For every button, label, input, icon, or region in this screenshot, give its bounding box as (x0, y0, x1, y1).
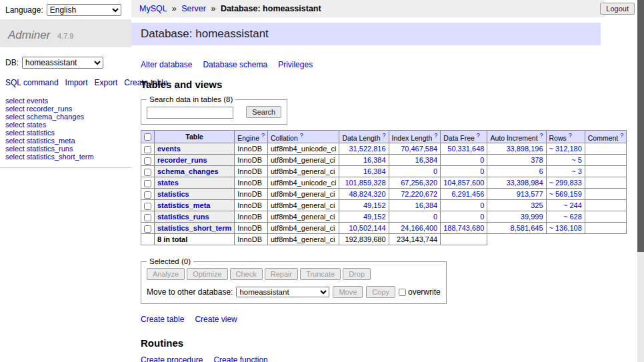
rows-link[interactable]: ~ 244 (563, 201, 582, 209)
row-select-checkbox[interactable] (144, 225, 151, 233)
database-action-link[interactable]: Alter database (141, 60, 192, 69)
auto-increment-link[interactable]: 325 (531, 201, 543, 209)
language-select[interactable]: English (47, 4, 121, 16)
create-link[interactable]: Create table (141, 315, 184, 324)
scrollbar-thumb[interactable] (637, 0, 644, 252)
row-select-checkbox[interactable] (144, 169, 151, 176)
overwrite-checkbox[interactable] (399, 289, 406, 296)
row-select-checkbox[interactable] (144, 146, 151, 153)
sidebar-select-link[interactable]: select recorder_runs (5, 105, 126, 113)
help-link[interactable]: ? (477, 132, 480, 139)
db-select[interactable]: homeassistant (22, 57, 103, 69)
row-select-checkbox[interactable] (144, 214, 151, 221)
data-free-link[interactable]: 0 (480, 201, 484, 209)
sidebar-action-link[interactable]: SQL command (5, 78, 59, 87)
move-button[interactable]: Move (333, 286, 363, 298)
select-all-checkbox[interactable] (144, 133, 151, 141)
data-length-link[interactable]: 10,502,144 (349, 224, 385, 232)
auto-increment-link[interactable]: 8,581,645 (511, 224, 543, 232)
move-database-select[interactable]: homeassistant (236, 287, 329, 297)
table-name-link[interactable]: schema_changes (157, 167, 219, 175)
index-length-link[interactable]: 16,384 (415, 156, 438, 164)
data-free-link[interactable]: 0 (480, 213, 484, 221)
create-link[interactable]: Create view (195, 315, 237, 324)
index-length-link[interactable]: 67,256,320 (401, 179, 437, 187)
sidebar-select-link[interactable]: select states (5, 121, 126, 129)
auto-increment-link[interactable]: 33,398,984 (506, 179, 543, 187)
data-length-link[interactable]: 49,152 (363, 201, 386, 209)
sidebar-select-link[interactable]: select schema_changes (5, 113, 126, 121)
sidebar-select-link[interactable]: select events (5, 97, 126, 105)
data-length-link[interactable]: 101,859,328 (345, 179, 385, 187)
vertical-scrollbar[interactable] (637, 0, 644, 362)
index-length-link[interactable]: 72,220,672 (401, 190, 437, 198)
auto-increment-link[interactable]: 378 (531, 156, 543, 164)
data-free-link[interactable]: 6,291,456 (451, 190, 484, 198)
rows-link[interactable]: ~ 569,159 (549, 190, 582, 198)
auto-increment-link[interactable]: 33,898,196 (506, 145, 543, 153)
table-name-link[interactable]: statistics_short_term (157, 224, 231, 232)
row-select-checkbox[interactable] (144, 157, 151, 165)
index-length-link[interactable]: 24,166,400 (401, 224, 437, 232)
sidebar-action-link[interactable]: Import (65, 78, 88, 87)
rows-link[interactable]: ~ 136,108 (549, 224, 582, 232)
table-name-link[interactable]: events (157, 145, 181, 153)
logout-button[interactable]: Logout (600, 3, 635, 15)
rows-link[interactable]: ~ 299,833 (549, 179, 582, 187)
rows-link[interactable]: ~ 3 (571, 167, 582, 175)
data-length-link[interactable]: 16,384 (363, 156, 386, 164)
selected-action-button[interactable]: Truncate (300, 268, 341, 280)
routine-link[interactable]: Create function (213, 355, 267, 362)
table-name-link[interactable]: recorder_runs (157, 156, 207, 164)
data-free-link[interactable]: 50,331,648 (447, 145, 484, 153)
breadcrumb-link-server[interactable]: Server (181, 4, 206, 13)
index-length-link[interactable]: 0 (433, 167, 437, 175)
table-name-link[interactable]: statistics (157, 190, 189, 198)
copy-button[interactable]: Copy (366, 286, 395, 298)
auto-increment-link[interactable]: 913,577 (517, 190, 543, 198)
data-length-link[interactable]: 31,522,816 (349, 145, 385, 153)
table-name-link[interactable]: states (157, 179, 179, 187)
sidebar-select-link[interactable]: select statistics_meta (5, 137, 126, 145)
auto-increment-link[interactable]: 39,999 (521, 213, 543, 221)
app-name-link[interactable]: Adminer (8, 29, 50, 41)
data-length-link[interactable]: 49,152 (363, 213, 386, 221)
sidebar-select-link[interactable]: select statistics_short_term (5, 153, 126, 161)
database-action-link[interactable]: Privileges (278, 60, 313, 69)
sidebar-action-link[interactable]: Export (95, 78, 118, 87)
help-link[interactable]: ? (569, 132, 572, 139)
search-input[interactable] (147, 107, 233, 119)
database-action-link[interactable]: Database schema (203, 60, 267, 69)
help-link[interactable]: ? (383, 132, 386, 139)
index-length-link[interactable]: 0 (433, 213, 437, 221)
data-free-link[interactable]: 188,743,680 (443, 224, 484, 232)
help-link[interactable]: ? (300, 132, 303, 139)
help-link[interactable]: ? (620, 132, 623, 139)
auto-increment-link[interactable]: 6 (539, 167, 543, 175)
table-name-link[interactable]: statistics_meta (157, 201, 211, 209)
help-link[interactable]: ? (261, 132, 265, 139)
selected-action-button[interactable]: Repair (265, 268, 298, 280)
selected-action-button[interactable]: Drop (343, 268, 371, 280)
data-free-link[interactable]: 0 (480, 167, 484, 175)
routine-link[interactable]: Create procedure (141, 355, 203, 362)
table-name-link[interactable]: statistics_runs (157, 213, 209, 221)
index-length-link[interactable]: 16,384 (415, 201, 438, 209)
search-button[interactable]: Search (246, 106, 281, 118)
help-link[interactable]: ? (540, 132, 543, 139)
selected-action-button[interactable]: Optimize (187, 268, 227, 280)
rows-link[interactable]: ~ 628 (563, 213, 582, 221)
data-length-link[interactable]: 48,824,320 (349, 190, 385, 198)
row-select-checkbox[interactable] (144, 191, 151, 199)
data-free-link[interactable]: 104,857,600 (443, 179, 484, 187)
row-select-checkbox[interactable] (144, 180, 151, 187)
rows-link[interactable]: ~ 5 (571, 156, 582, 164)
data-length-link[interactable]: 16,384 (363, 167, 386, 175)
selected-action-button[interactable]: Check (230, 268, 263, 280)
sidebar-select-link[interactable]: select statistics_runs (5, 145, 126, 153)
help-link[interactable]: ? (434, 132, 437, 139)
sidebar-select-link[interactable]: select statistics (5, 129, 126, 137)
data-free-link[interactable]: 0 (480, 156, 484, 164)
breadcrumb-link-mysql[interactable]: MySQL (139, 4, 167, 13)
rows-link[interactable]: ~ 312,180 (549, 145, 582, 153)
